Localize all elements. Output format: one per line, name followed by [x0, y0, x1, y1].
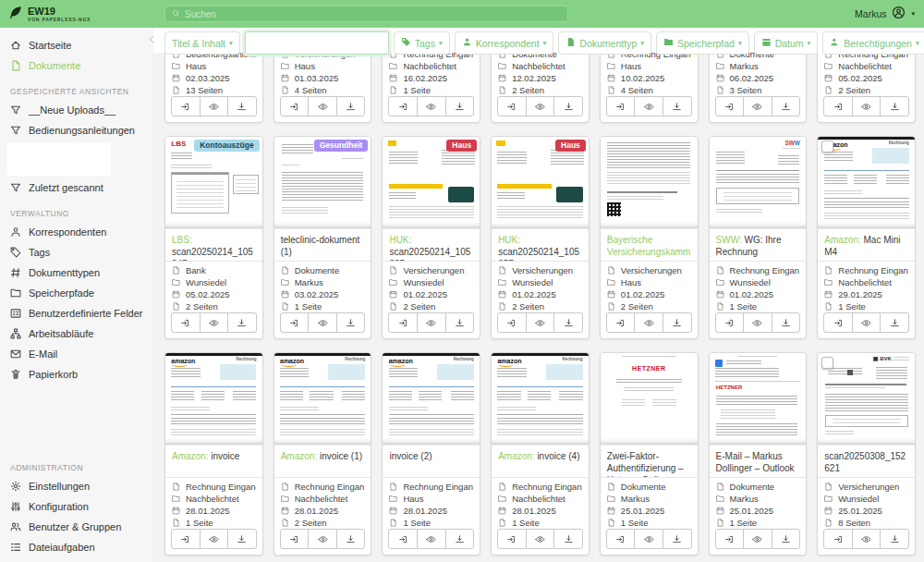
document-thumbnail[interactable]: amazonRechnung	[383, 353, 480, 446]
download-document-button[interactable]	[553, 529, 583, 549]
card-checkbox[interactable]	[821, 357, 833, 369]
download-document-button[interactable]	[663, 529, 692, 549]
open-document-button[interactable]	[823, 529, 853, 549]
document-card[interactable]: amazonRechnung Amazon: invoice (4) Rechn…	[491, 352, 590, 556]
tag-badge[interactable]: Haus	[446, 140, 477, 152]
preview-document-button[interactable]	[743, 312, 772, 333]
tag-badge[interactable]: Kontoauszüge	[194, 140, 260, 152]
global-search-input[interactable]: Suchen	[164, 6, 568, 22]
download-document-button[interactable]	[553, 312, 583, 333]
download-document-button[interactable]	[772, 96, 801, 116]
filter-dokumenttyp-dropdown[interactable]: Dokumenttyp▾	[558, 31, 651, 55]
open-document-button[interactable]	[715, 529, 745, 549]
download-document-button[interactable]	[227, 529, 257, 549]
download-document-button[interactable]	[553, 96, 583, 116]
download-document-button[interactable]	[445, 529, 475, 549]
document-thumbnail[interactable]: amazonRechnung	[165, 353, 262, 446]
open-document-button[interactable]	[606, 529, 636, 549]
document-thumbnail[interactable]: HETZNER	[601, 353, 698, 446]
document-card[interactable]: teleclinicGesundheit teleclinic-dokument…	[274, 136, 372, 339]
correspondent-link[interactable]: Bayerische Versicherungskammer:	[607, 235, 691, 261]
preview-document-button[interactable]	[634, 96, 663, 116]
document-thumbnail[interactable]: amazonRechnung	[492, 353, 589, 446]
open-document-button[interactable]	[280, 96, 310, 116]
preview-document-button[interactable]	[200, 529, 229, 549]
sidebar-item-zuletzt-gescannt[interactable]: Zuletzt gescannt	[0, 177, 153, 198]
tag-badge[interactable]: Haus	[555, 140, 586, 152]
document-thumbnail[interactable]: Haus	[383, 137, 480, 229]
download-document-button[interactable]	[445, 312, 475, 333]
document-thumbnail[interactable]: amazonRechnung	[818, 137, 915, 229]
open-document-button[interactable]	[280, 312, 310, 333]
correspondent-link[interactable]: HUK:	[498, 235, 520, 245]
sidebar-item-dokumenttypen[interactable]: Dokumenttypen	[0, 263, 153, 283]
sidebar-item-korrespondenten[interactable]: Korrespondenten	[0, 222, 153, 242]
document-card[interactable]: amazonRechnung Amazon: Mac Mini M4 Rechn…	[817, 136, 916, 339]
app-logo[interactable]: EW19 VON PAPERLESS-NGX	[0, 6, 145, 23]
open-document-button[interactable]	[388, 312, 418, 333]
preview-document-button[interactable]	[417, 529, 446, 549]
filter-korrespondent-dropdown[interactable]: Korrespondent▾	[455, 31, 554, 55]
preview-document-button[interactable]	[308, 529, 337, 549]
document-card[interactable]: Haus HUK: scan20250214_105335 Versicheru…	[382, 136, 480, 339]
user-menu[interactable]: Markus ▾	[855, 0, 915, 28]
sidebar-item-dateiaufgaben[interactable]: Dateiaufgaben	[0, 537, 153, 557]
document-card[interactable]: Bayerische Versicherungskammer: scan2025…	[600, 136, 699, 339]
document-card[interactable]: SWW SWW: WG: Ihre Rechnung Rechnung Eing…	[709, 136, 808, 339]
preview-document-button[interactable]	[417, 96, 446, 116]
document-card[interactable]: HETZNER E-Mail – Markus Dollinger – Outl…	[709, 352, 808, 556]
document-card[interactable]: HETZNER Zwei-Faktor-Authentifizierung – …	[600, 352, 699, 556]
sidebar-item--neue-uploads-[interactable]: __Neue Uploads__	[0, 100, 153, 120]
preview-document-button[interactable]	[852, 312, 881, 333]
open-document-button[interactable]	[388, 529, 418, 549]
preview-document-button[interactable]	[200, 96, 229, 116]
document-card[interactable]: Haus HUK: scan20250214_105357 Versicheru…	[491, 136, 590, 339]
preview-document-button[interactable]	[417, 312, 446, 333]
preview-document-button[interactable]	[526, 529, 555, 549]
preview-document-button[interactable]	[743, 529, 772, 549]
download-document-button[interactable]	[227, 96, 257, 116]
sidebar-item-einstellungen[interactable]: Einstellungen	[0, 476, 153, 496]
document-card[interactable]: LBSKontoauszüge LBS: scan20250214_105347…	[164, 136, 263, 339]
open-document-button[interactable]	[171, 529, 201, 549]
open-document-button[interactable]	[171, 312, 201, 333]
preview-document-button[interactable]	[743, 96, 772, 116]
filter-query-input[interactable]	[245, 31, 389, 55]
download-document-button[interactable]	[336, 96, 366, 116]
correspondent-link[interactable]: Amazon:	[498, 451, 534, 461]
correspondent-link[interactable]: LBS:	[172, 235, 192, 245]
sidebar-item-speicherpfade[interactable]: Speicherpfade	[0, 283, 153, 303]
document-card[interactable]: amazonRechnung Amazon: invoice Rechnung …	[164, 352, 263, 556]
download-document-button[interactable]	[772, 312, 801, 333]
sidebar-item-bedienungsanleitungen[interactable]: Bedienungsanleitungen	[0, 120, 153, 140]
open-document-button[interactable]	[497, 96, 527, 116]
preview-document-button[interactable]	[526, 96, 555, 116]
document-thumbnail[interactable]: HETZNER	[710, 353, 807, 446]
document-thumbnail[interactable]: Haus	[492, 137, 589, 229]
document-thumbnail[interactable]: SWW	[710, 137, 807, 229]
open-document-button[interactable]	[606, 96, 636, 116]
document-thumbnail[interactable]: teleclinicGesundheit	[274, 137, 371, 229]
preview-document-button[interactable]	[852, 96, 881, 116]
download-document-button[interactable]	[880, 312, 909, 333]
correspondent-link[interactable]: Amazon:	[281, 451, 317, 461]
sidebar-item-tags[interactable]: Tags	[0, 242, 153, 263]
open-document-button[interactable]	[171, 96, 201, 116]
download-document-button[interactable]	[772, 529, 801, 549]
sidebar-item-dokumente[interactable]: Dokumente	[0, 55, 153, 76]
correspondent-link[interactable]: SWW:	[716, 235, 742, 245]
sidebar-item-konfiguration[interactable]: Konfiguration	[0, 496, 153, 517]
document-card[interactable]: amazonRechnung invoice (2) Rechnung Eing…	[382, 352, 480, 556]
document-thumbnail[interactable]: amazonRechnung	[274, 353, 371, 446]
preview-document-button[interactable]	[200, 312, 229, 333]
sidebar-item-e-mail[interactable]: E-Mail	[0, 344, 153, 364]
download-document-button[interactable]	[336, 312, 366, 333]
document-thumbnail[interactable]: ▦ BVK	[818, 353, 915, 446]
download-document-button[interactable]	[445, 96, 475, 116]
open-document-button[interactable]	[715, 96, 745, 116]
download-document-button[interactable]	[880, 529, 909, 549]
document-card[interactable]: ▦ BVK scan20250308_152621 Versicherungen…	[817, 352, 916, 556]
open-document-button[interactable]	[497, 312, 527, 333]
filter-datum-dropdown[interactable]: Datum▾	[754, 31, 819, 55]
download-document-button[interactable]	[227, 312, 257, 333]
